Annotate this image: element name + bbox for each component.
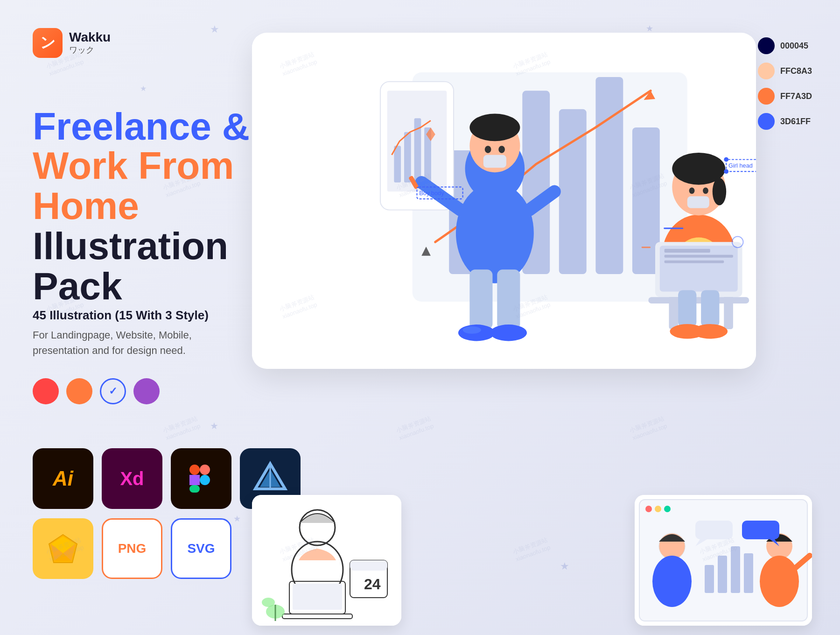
svg-point-93 [262, 598, 275, 607]
bottom-left-illustration: 24 [252, 495, 401, 626]
svg-point-47 [463, 326, 481, 334]
svg-rect-43 [469, 269, 492, 329]
watermark-text: 小脑斧资源站xiaonaofu.top [629, 415, 668, 442]
description-area: 45 Illustration (15 With 3 Style) For La… [33, 308, 209, 358]
watermark-text: 小脑斧资源站xiaonaofu.top [162, 415, 202, 442]
main-container: ★ ★ ★ ★ ★ ★ ★ ★ 小脑斧资源站xiaonaofu.top 小脑斧资… [0, 0, 840, 635]
svg-point-36 [498, 146, 505, 153]
svg-point-4 [200, 475, 210, 485]
svg-point-100 [652, 556, 692, 607]
swatch-purple[interactable] [133, 378, 160, 404]
affinity-svg [252, 460, 289, 497]
svg-rect-65 [665, 261, 724, 263]
xd-icon-box[interactable]: Xd [102, 448, 162, 509]
logo-text-block: Wakku ワック [69, 30, 111, 56]
star-icon: ★ [210, 420, 218, 431]
svg-rect-60 [687, 196, 709, 208]
svg-rect-64 [665, 255, 733, 258]
svg-box[interactable]: SVG [171, 518, 231, 579]
main-illustration-svg: Boy body [252, 33, 756, 369]
svg-point-106 [760, 556, 799, 607]
palette-dot-2 [758, 63, 775, 79]
svg-rect-107 [695, 521, 733, 539]
svg-rect-79 [642, 247, 651, 248]
svg-rect-2 [189, 485, 200, 493]
palette-label-1: 000045 [780, 41, 808, 51]
svg-point-35 [485, 146, 491, 153]
palette-label-4: 3D61FF [780, 117, 811, 127]
svg-point-98 [664, 506, 671, 512]
svg-point-97 [655, 506, 661, 512]
bottom-preview-right [635, 495, 812, 626]
svg-rect-86 [293, 584, 342, 610]
description-bold: 45 Illustration (15 With 3 Style) [33, 308, 209, 323]
star-icon: ★ [233, 514, 241, 524]
palette-dot-3 [758, 88, 775, 105]
star-icon: ★ [140, 84, 147, 93]
svg-point-34 [469, 113, 520, 141]
svg-rect-101 [705, 565, 714, 593]
svg-rect-0 [189, 465, 200, 475]
svg-point-57 [713, 178, 726, 205]
svg-rect-21 [559, 109, 587, 274]
svg-text:Boy body: Boy body [419, 190, 444, 197]
illustration-card: Boy body [252, 33, 756, 369]
watermark-text: 小脑斧资源站xiaonaofu.top [512, 536, 552, 563]
svg-rect-68 [701, 290, 719, 327]
svg-point-73 [724, 157, 728, 162]
svg-text:Girl head: Girl head [728, 162, 753, 169]
color-swatches: ✓ [33, 378, 160, 404]
svg-point-46 [490, 325, 527, 341]
png-label: PNG [118, 541, 147, 556]
description-body: For Landingpage, Website, Mobile,present… [33, 327, 209, 358]
swatch-red[interactable] [33, 378, 59, 404]
palette-item-4: 3D61FF [758, 113, 812, 130]
check-icon: ✓ [109, 385, 117, 397]
logo-icon-text: ン [40, 33, 56, 53]
swatch-orange[interactable] [66, 378, 92, 404]
svg-rect-27 [394, 146, 401, 183]
svg-rect-28 [404, 132, 411, 183]
logo-subtitle: ワック [69, 45, 111, 56]
svg-point-75 [724, 169, 728, 174]
bottom-preview-left: 24 [252, 495, 401, 626]
logo-name: Wakku [69, 30, 111, 45]
svg-rect-1 [189, 475, 200, 485]
sketch-svg [44, 530, 82, 567]
svg-point-96 [645, 506, 652, 512]
star-icon: ★ [210, 23, 219, 35]
star-icon: ★ [560, 560, 569, 572]
svg-rect-63 [665, 249, 710, 253]
bottom-right-illustration [635, 495, 812, 626]
svg-rect-89 [350, 560, 387, 571]
svg-rect-37 [483, 155, 506, 168]
palette-item-3: FF7A3D [758, 88, 812, 105]
sketch-icon-box[interactable] [33, 518, 93, 579]
svg-rect-104 [744, 553, 753, 593]
figma-svg [187, 462, 215, 495]
xd-label: Xd [120, 468, 144, 489]
star-icon: ★ [646, 23, 653, 34]
logo-icon: ン [33, 28, 63, 58]
ai-icon-box[interactable]: Ai [33, 448, 93, 509]
png-box[interactable]: PNG [102, 518, 162, 579]
ai-label: Ai [53, 467, 73, 490]
svg-rect-22 [595, 77, 623, 274]
color-palette: 000045 FFC8A3 FF7A3D 3D61FF [758, 37, 812, 130]
logo-area: ン Wakku ワック [33, 28, 111, 58]
palette-label-3: FF7A3D [780, 92, 812, 101]
svg-rect-44 [497, 269, 520, 329]
figma-icon-box[interactable] [171, 448, 231, 509]
svg-text:24: 24 [364, 576, 381, 593]
svg-rect-67 [678, 290, 696, 327]
svg-label: SVG [187, 541, 215, 556]
swatch-blue-checked[interactable]: ✓ [100, 378, 126, 404]
watermark-text: 小脑斧资源站xiaonaofu.top [395, 415, 435, 442]
svg-point-70 [693, 324, 728, 339]
svg-rect-66 [648, 297, 749, 303]
svg-rect-109 [742, 521, 779, 539]
app-icons-row2: PNG SVG [33, 518, 231, 579]
palette-item-1: 000045 [758, 37, 812, 54]
palette-dot-4 [758, 113, 775, 130]
svg-rect-103 [731, 546, 740, 593]
